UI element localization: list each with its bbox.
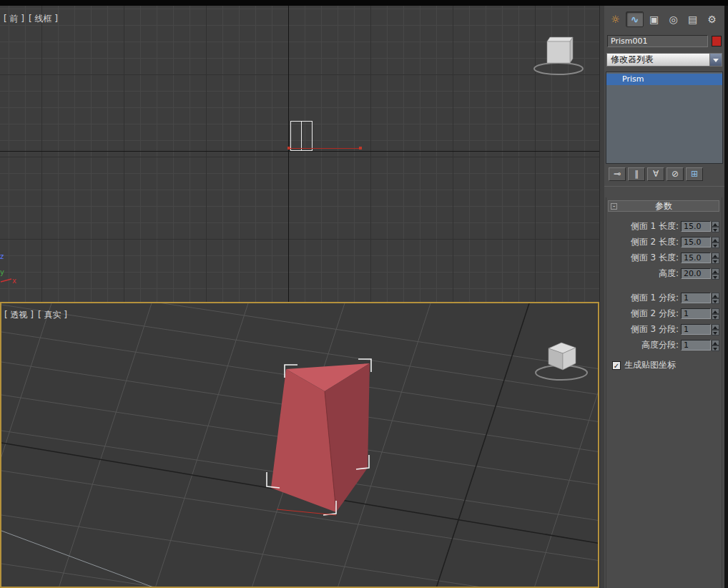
spinner-up-icon[interactable] bbox=[712, 221, 719, 227]
param-field[interactable]: 15.0 bbox=[681, 253, 711, 263]
param-row-height: 高度: 20.0 bbox=[609, 268, 719, 280]
spinner-up-icon[interactable] bbox=[712, 293, 719, 298]
parameters-rollout: - 参数 侧面 1 长度: 15.0 侧面 2 长度: 15.0 侧面 3 长度… bbox=[606, 197, 722, 588]
param-label: 侧面 2 长度: bbox=[609, 236, 679, 248]
spinner-down-icon[interactable] bbox=[712, 227, 719, 232]
spinner-up-icon[interactable] bbox=[712, 237, 719, 242]
param-field[interactable]: 1 bbox=[681, 308, 711, 319]
param-label: 高度: bbox=[609, 268, 679, 280]
display-icon: ▤ bbox=[688, 14, 697, 24]
gizmo-handle[interactable] bbox=[287, 147, 290, 150]
spinner-up-icon[interactable] bbox=[712, 324, 719, 330]
tab-hierarchy[interactable]: ▣ bbox=[645, 11, 663, 27]
prism-wireframe-edge bbox=[301, 122, 302, 150]
show-end-result-button[interactable]: ∥ bbox=[628, 167, 645, 181]
object-name-input[interactable] bbox=[607, 35, 708, 47]
viewcube-ring[interactable] bbox=[534, 63, 583, 74]
axis-x-label: x bbox=[12, 277, 16, 285]
viewcube-perspective[interactable] bbox=[536, 343, 587, 380]
front-viewport-label: [ 前 ] [ 线框 ] bbox=[4, 13, 58, 25]
tab-display[interactable]: ▤ bbox=[684, 11, 702, 27]
spinner-down-icon[interactable] bbox=[712, 274, 719, 280]
hierarchy-icon: ▣ bbox=[649, 14, 659, 24]
object-color-swatch[interactable] bbox=[712, 36, 722, 46]
viewcube[interactable] bbox=[533, 31, 590, 76]
param-field[interactable]: 1 bbox=[681, 340, 711, 351]
viewcube-side-face[interactable] bbox=[570, 37, 573, 63]
perspective-scene bbox=[1, 303, 598, 587]
spinner-down-icon[interactable] bbox=[712, 298, 719, 304]
spinner-down-icon[interactable] bbox=[712, 314, 719, 320]
spinner-up-icon[interactable] bbox=[712, 308, 719, 314]
modifier-stack-list[interactable]: Prism bbox=[606, 72, 723, 164]
modifier-list-label: 修改器列表 bbox=[607, 54, 709, 66]
perspective-viewport-label: [ 透视 ] [ 真实 ] bbox=[4, 309, 67, 321]
spinner-down-icon[interactable] bbox=[712, 258, 719, 264]
param-label: 侧面 2 分段: bbox=[609, 308, 679, 320]
spinner-up-icon[interactable] bbox=[712, 268, 719, 274]
spinner-down-icon[interactable] bbox=[712, 330, 719, 335]
panel-separator bbox=[604, 186, 724, 187]
spinner-up-icon[interactable] bbox=[712, 340, 719, 346]
object-name-row bbox=[607, 34, 722, 47]
remove-modifier-button[interactable]: ⊘ bbox=[666, 167, 684, 181]
axis-z-label: z bbox=[0, 253, 4, 260]
tab-modify[interactable]: ∿ bbox=[626, 11, 644, 27]
param-field[interactable]: 15.0 bbox=[681, 221, 711, 232]
spinner bbox=[712, 221, 719, 232]
param-label: 侧面 3 长度: bbox=[609, 252, 679, 264]
motion-icon: ◎ bbox=[669, 14, 677, 24]
chevron-down-icon[interactable] bbox=[709, 54, 722, 66]
param-row-side3-segs: 侧面 3 分段: 1 bbox=[609, 323, 719, 335]
param-label: 侧面 1 分段: bbox=[609, 292, 679, 304]
gizmo-handle[interactable] bbox=[359, 147, 362, 150]
param-field[interactable]: 20.0 bbox=[681, 268, 711, 279]
rollout-title: 参数 bbox=[617, 200, 710, 212]
param-field[interactable]: 15.0 bbox=[681, 237, 711, 248]
remove-modifier-icon: ⊘ bbox=[672, 169, 679, 179]
create-icon: ☼ bbox=[611, 14, 620, 24]
viewcube-front-face[interactable] bbox=[547, 41, 570, 63]
spinner bbox=[712, 340, 719, 351]
prism-wireframe-front-view[interactable] bbox=[290, 121, 313, 151]
rollout-header[interactable]: - 参数 bbox=[608, 200, 719, 212]
spinner-down-icon[interactable] bbox=[712, 242, 719, 248]
modifier-list-dropdown[interactable]: 修改器列表 bbox=[606, 53, 722, 67]
shading-mode-menu[interactable]: [ 真实 ] bbox=[38, 309, 67, 321]
param-row-side2-segs: 侧面 2 分段: 1 bbox=[609, 308, 719, 320]
collapse-icon[interactable]: - bbox=[611, 203, 617, 210]
shading-mode-menu[interactable]: [ 线框 ] bbox=[29, 13, 58, 25]
tab-create[interactable]: ☼ bbox=[606, 11, 624, 27]
prism-object[interactable] bbox=[271, 363, 370, 512]
gizmo-x-axis-line bbox=[289, 148, 360, 149]
spinner bbox=[712, 253, 719, 264]
pin-stack-button[interactable]: ⊸ bbox=[609, 167, 626, 181]
modifier-stack-item[interactable]: Prism bbox=[606, 74, 722, 85]
perspective-viewport[interactable]: [ 透视 ] [ 真实 ] bbox=[0, 302, 599, 588]
viewcube-top-face[interactable] bbox=[547, 37, 573, 41]
tab-utilities[interactable]: ⚙ bbox=[703, 11, 721, 27]
gizmo-base-line bbox=[277, 509, 336, 515]
screen-edge bbox=[724, 6, 728, 588]
param-field[interactable]: 1 bbox=[681, 293, 711, 303]
modify-icon: ∿ bbox=[631, 14, 639, 24]
viewport-name-menu[interactable]: [ 前 ] bbox=[4, 13, 24, 25]
viewport-name-menu[interactable]: [ 透视 ] bbox=[4, 309, 34, 321]
param-row-side3-length: 侧面 3 长度: 15.0 bbox=[609, 252, 719, 264]
configure-modifier-sets-button[interactable]: ⊞ bbox=[686, 167, 703, 181]
tab-motion[interactable]: ◎ bbox=[664, 11, 682, 27]
axis-x-line bbox=[1, 279, 11, 282]
param-field[interactable]: 1 bbox=[681, 324, 711, 335]
show-end-result-icon: ∥ bbox=[634, 169, 639, 179]
spinner-down-icon[interactable] bbox=[712, 346, 719, 351]
panel-splitter[interactable] bbox=[599, 6, 604, 588]
front-viewport[interactable]: [ 前 ] [ 线框 ] z y x bbox=[0, 6, 599, 302]
command-panel: ☼ ∿ ▣ ◎ ▤ ⚙ 修改器列表 Prism ⊸ ∥ ∀ ⊘ ⊞ bbox=[604, 6, 724, 588]
world-axis-tripod: z y x bbox=[0, 249, 21, 292]
spinner-up-icon[interactable] bbox=[712, 253, 719, 258]
param-label: 侧面 1 长度: bbox=[609, 220, 679, 232]
make-unique-button[interactable]: ∀ bbox=[647, 167, 664, 181]
toolbar-edge bbox=[0, 0, 728, 6]
checkbox-checked[interactable]: ✓ bbox=[612, 361, 621, 370]
grid-home-axis-y bbox=[436, 303, 529, 587]
